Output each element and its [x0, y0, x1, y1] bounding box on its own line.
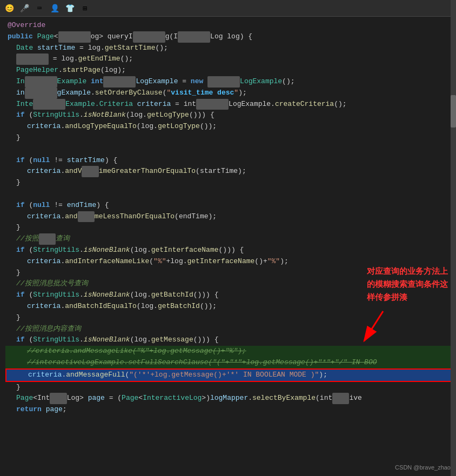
method-text: imeGreaterThanOrEqualTo	[99, 166, 196, 177]
keyword: if	[16, 200, 25, 211]
var-text: criteria	[27, 256, 61, 267]
method-text: isNotBlank	[84, 110, 126, 121]
code-text: (log.	[130, 245, 151, 256]
code-text: g(I	[165, 31, 178, 43]
highlighted-code-line: criteria . andMessageFull ( "('*'+log.ge…	[5, 368, 456, 382]
code-text: = (	[105, 393, 122, 404]
var-text: criteria	[28, 370, 62, 381]
method-text: andInterfaceNameLike	[65, 256, 149, 267]
scrollbar[interactable]	[451, 0, 456, 476]
code-line: }	[5, 132, 456, 144]
code-text: .	[61, 166, 65, 177]
code-text: (	[125, 370, 129, 381]
code-text: ())) {	[189, 110, 214, 121]
code-text: .	[91, 88, 95, 99]
code-text: ) {	[96, 200, 109, 211]
code-text: og> queryI	[91, 31, 133, 43]
keyword: return	[16, 404, 42, 415]
shirt-icon[interactable]: 👕	[64, 2, 76, 14]
code-line: //按照 查询	[5, 233, 456, 245]
code-text: (	[25, 200, 33, 211]
code-text: (log.	[137, 121, 158, 132]
code-line: criteria . andLogTypeEqualTo (log. getLo…	[5, 121, 456, 132]
blurred	[78, 211, 95, 223]
type-text: InteractiveLog	[143, 393, 202, 404]
code-text: = log.	[75, 43, 105, 54]
type-text: Page	[16, 393, 33, 404]
grid-icon[interactable]: ⊞	[79, 2, 91, 14]
code-text: (int	[316, 393, 332, 404]
code-text: ()+	[254, 256, 267, 267]
class-text: StringUtils	[33, 245, 79, 256]
code-text: (	[25, 245, 33, 256]
annotation-text: 对应查询的业务方法上的模糊搜索查询条件这样传参拼湊	[367, 265, 448, 304]
string-text: "('*'+log.getMessage()+'*' IN BOOLEAN MO…	[129, 370, 319, 381]
method-text: isNoneBlank	[84, 290, 130, 301]
string-keyword: visit_time desc	[171, 88, 234, 99]
code-line: //interactiveLogExample.setFullSearchCla…	[5, 357, 456, 368]
var-text: criteria	[27, 166, 61, 177]
code-text: ());	[200, 121, 217, 132]
comment-text: //criteria.andMessageLike("%"+log.getMes…	[27, 346, 246, 357]
code-text	[203, 76, 207, 88]
var-text: page	[88, 393, 105, 404]
code-text: = log.	[49, 53, 78, 65]
blurred	[39, 233, 56, 245]
code-text: .	[79, 290, 84, 301]
comment-text: //interactiveLogExample.setFullSearchCla…	[27, 357, 377, 368]
code-text: );	[280, 256, 289, 267]
code-text: ());	[200, 301, 217, 312]
code-text: }	[16, 177, 21, 189]
string-text: "%"	[153, 256, 166, 267]
code-text: (log.	[126, 110, 147, 121]
code-line: if ( null != startTime ) {	[5, 155, 456, 166]
method-text: and	[65, 211, 77, 223]
method-text: getBatchId	[151, 290, 193, 301]
code-text: (	[25, 334, 33, 346]
method-text: andBatchIdEqualTo	[65, 301, 137, 312]
code-text: Log>	[67, 393, 88, 404]
code-text: (log.	[130, 290, 151, 301]
mic-icon[interactable]: 🎤	[18, 2, 30, 14]
code-text: }	[16, 382, 21, 393]
code-text: LogExample.	[229, 99, 275, 110]
keyword: new	[191, 76, 203, 88]
code-text: (log);	[100, 65, 126, 76]
code-text: ;	[63, 404, 67, 415]
code-text: ();	[155, 43, 167, 54]
class-text: StringUtils	[33, 290, 79, 301]
code-line: criteria . and meLessThanOrEqualTo (endT…	[5, 211, 456, 223]
code-text: = int	[171, 99, 196, 110]
code-text: >)	[202, 393, 210, 404]
code-text: ();	[334, 99, 346, 110]
method-text: isNoneBlank	[84, 334, 130, 346]
code-text: .	[61, 121, 65, 132]
code-text: ();	[282, 76, 294, 88]
user-icon[interactable]: 👤	[49, 2, 61, 14]
var-text: criteria	[27, 301, 61, 312]
blurred	[207, 76, 240, 88]
keyboard-icon[interactable]: ⌨	[33, 2, 45, 14]
comment-text: 查询	[56, 233, 70, 245]
method-text: startPage	[63, 65, 100, 76]
string-text: "	[234, 88, 238, 99]
code-text: .	[248, 393, 252, 404]
code-container: @Override public Page < og> queryI g(I L…	[0, 17, 456, 419]
method-text: selectByExample	[252, 393, 316, 404]
code-text: (startTime);	[196, 166, 246, 177]
code-line: public Page < og> queryI g(I Log log) {	[5, 31, 456, 43]
var-text: logMapper	[210, 393, 248, 404]
scrollbar-thumb[interactable]	[451, 95, 456, 128]
code-text: (	[25, 155, 33, 166]
keyword: if	[16, 155, 25, 166]
code-text	[33, 43, 37, 54]
code-line: if ( null != endTime ) {	[5, 200, 456, 211]
method-text: getInterfaceName	[151, 245, 219, 256]
code-line: In Example int LogExample = new LogExamp…	[5, 76, 456, 88]
blurred	[25, 76, 57, 88]
annotation-text: @Override	[8, 20, 45, 31]
code-text: }	[16, 267, 21, 279]
emoji-icon[interactable]: 😊	[3, 2, 15, 14]
method-text: getEndTime	[78, 53, 120, 65]
class-text: PageHelper	[16, 65, 58, 76]
